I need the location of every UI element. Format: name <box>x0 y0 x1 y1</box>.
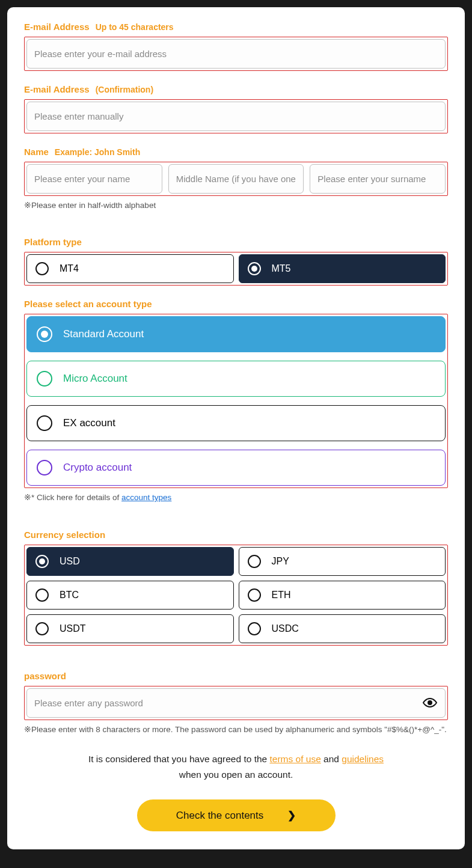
middle-name-input[interactable] <box>168 164 304 194</box>
account-type-label: Please select an account type <box>24 299 448 309</box>
agree-mid: and <box>321 754 342 764</box>
chevron-right-icon: ❯ <box>287 809 296 822</box>
name-label-sub: Example: John Smith <box>55 147 140 157</box>
svg-point-0 <box>428 701 432 704</box>
radio-icon <box>35 555 49 568</box>
currency-option-label: USDC <box>272 623 299 634</box>
email-required-box <box>24 37 448 71</box>
password-helper: ※Please enter with 8 characters or more.… <box>24 724 448 736</box>
registration-form: E-mail Address Up to 45 characters E-mai… <box>7 7 465 849</box>
account-option-label: EX account <box>63 417 115 429</box>
agree-prefix: It is considered that you have agreed to… <box>88 754 270 764</box>
radio-icon <box>248 588 261 602</box>
radio-icon <box>248 622 261 635</box>
email-confirm-required-box <box>24 99 448 133</box>
radio-icon <box>35 622 49 635</box>
name-label-text: Name <box>24 147 49 157</box>
account-option-crypto[interactable]: Crypto account <box>26 450 446 486</box>
email-confirm-label-sub: (Confirmation) <box>96 85 153 94</box>
radio-icon <box>35 262 49 275</box>
account-option-micro[interactable]: Micro Account <box>26 361 446 397</box>
account-type-required-box: Standard Account Micro Account EX accoun… <box>24 314 448 488</box>
submit-button[interactable]: Check the contents ❯ <box>137 799 336 831</box>
submit-label: Check the contents <box>176 810 264 822</box>
platform-group: Platform type MT4 MT5 <box>24 237 448 286</box>
email-label-text: E-mail Address <box>24 22 90 32</box>
platform-label-text: Platform type <box>24 237 82 247</box>
email-confirm-label: E-mail Address (Confirmation) <box>24 84 448 94</box>
currency-option-usd[interactable]: USD <box>26 547 234 576</box>
currency-option-eth[interactable]: ETH <box>239 581 446 610</box>
platform-option-label: MT4 <box>60 263 79 274</box>
currency-option-label: USD <box>60 556 80 567</box>
currency-option-usdc[interactable]: USDC <box>239 614 446 643</box>
name-label: Name Example: John Smith <box>24 147 448 157</box>
account-type-group: Please select an account type Standard A… <box>24 299 448 504</box>
email-label-sub: Up to 45 characters <box>96 22 174 32</box>
password-label-text: password <box>24 671 66 681</box>
radio-icon <box>37 415 52 431</box>
currency-label-text: Currency selection <box>24 530 105 540</box>
account-option-standard[interactable]: Standard Account <box>26 316 446 352</box>
last-name-input[interactable] <box>310 164 446 194</box>
radio-icon <box>37 371 52 387</box>
agree-suffix: when you open an account. <box>179 769 293 780</box>
account-option-ex[interactable]: EX account <box>26 405 446 441</box>
radio-icon <box>37 460 52 475</box>
currency-option-usdt[interactable]: USDT <box>26 614 234 643</box>
account-option-label: Standard Account <box>63 328 144 340</box>
account-type-helper-prefix: ※* Click here for details of <box>24 493 121 502</box>
account-type-helper: ※* Click here for details of account typ… <box>24 492 448 504</box>
currency-group: Currency selection USD JPY BTC ETH <box>24 530 448 646</box>
terms-link[interactable]: terms of use <box>270 754 321 764</box>
guidelines-link[interactable]: guidelines <box>342 754 384 764</box>
currency-required-box: USD JPY BTC ETH USDT <box>24 545 448 646</box>
radio-icon <box>248 555 261 568</box>
platform-label: Platform type <box>24 237 448 247</box>
email-confirm-input[interactable] <box>26 102 446 131</box>
account-option-label: Crypto account <box>63 462 132 474</box>
password-label: password <box>24 671 448 681</box>
name-required-box <box>24 162 448 196</box>
account-option-label: Micro Account <box>63 373 127 385</box>
account-type-label-text: Please select an account type <box>24 299 152 309</box>
agreement-text: It is considered that you have agreed to… <box>24 751 448 783</box>
platform-option-mt4[interactable]: MT4 <box>26 254 234 283</box>
currency-option-label: BTC <box>60 590 79 601</box>
eye-icon[interactable] <box>423 695 437 710</box>
password-group: password ※Please enter with 8 characters… <box>24 671 448 736</box>
password-required-box <box>24 686 448 720</box>
platform-required-box: MT4 MT5 <box>24 252 448 286</box>
name-group: Name Example: John Smith ※Please enter i… <box>24 147 448 212</box>
currency-option-label: ETH <box>272 590 291 601</box>
currency-option-btc[interactable]: BTC <box>26 581 234 610</box>
email-confirm-group: E-mail Address (Confirmation) <box>24 84 448 133</box>
account-types-link[interactable]: account types <box>121 493 171 502</box>
currency-option-label: JPY <box>272 556 289 567</box>
email-label: E-mail Address Up to 45 characters <box>24 22 448 32</box>
name-helper: ※Please enter in half-width alphabet <box>24 200 448 212</box>
first-name-input[interactable] <box>26 164 162 194</box>
password-input[interactable] <box>26 688 446 718</box>
currency-option-label: USDT <box>60 623 86 634</box>
currency-option-jpy[interactable]: JPY <box>239 547 446 576</box>
platform-option-mt5[interactable]: MT5 <box>239 254 446 283</box>
platform-option-label: MT5 <box>272 263 291 274</box>
email-confirm-label-text: E-mail Address <box>24 84 90 94</box>
radio-icon <box>248 262 261 275</box>
radio-icon <box>35 588 49 602</box>
radio-icon <box>37 326 52 342</box>
email-input[interactable] <box>26 39 446 69</box>
currency-label: Currency selection <box>24 530 448 540</box>
email-group: E-mail Address Up to 45 characters <box>24 22 448 71</box>
